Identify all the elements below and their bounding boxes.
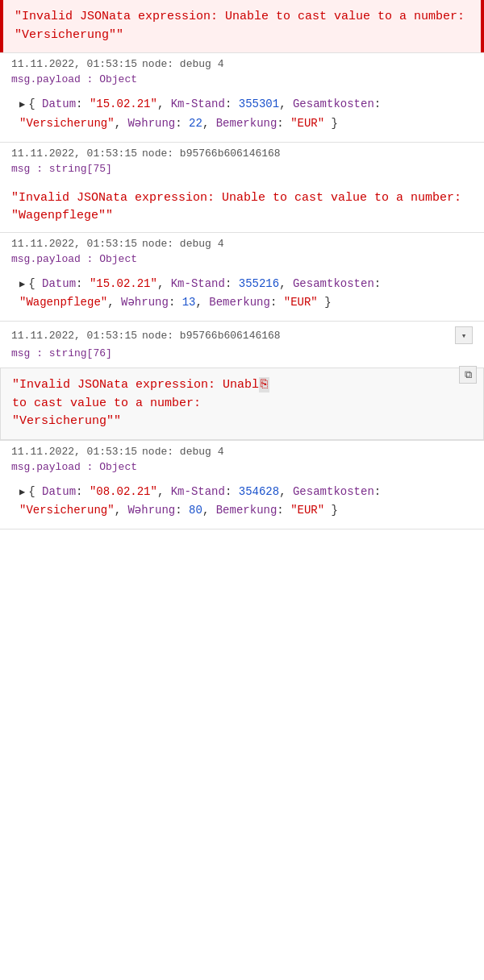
log-header-2: 11.11.2022, 01:53:15 node: debug 4	[0, 53, 484, 72]
log-section-5: 11.11.2022, 01:53:15 node: b95766b606146…	[0, 322, 484, 441]
log-header-3: 11.11.2022, 01:53:15 node: b95766b606146…	[0, 143, 484, 161]
expand-arrow-6[interactable]: ▶	[19, 487, 25, 498]
log-header-6: 11.11.2022, 01:53:15 node: debug 4	[0, 441, 484, 459]
log-header-4: 11.11.2022, 01:53:15 node: debug 4	[0, 233, 484, 251]
copy-button-5[interactable]: ⧉	[459, 366, 477, 384]
error-text-5: "Invalid JSONata expression: Unabl⎘ to c…	[1, 368, 483, 439]
node-2: node: debug 4	[142, 58, 223, 70]
msg-type-2: msg.payload : Object	[0, 72, 484, 90]
timestamp-4: 11.11.2022, 01:53:15	[11, 238, 137, 250]
msg-type-6: msg.payload : Object	[0, 459, 484, 478]
error-text-3: "Invalid JSONata expression: Unable to c…	[0, 183, 484, 232]
node-5: node: b95766b606146168	[142, 330, 281, 342]
node-3: node: b95766b606146168	[142, 147, 281, 160]
log-object-4: ▶{ Datum: "15.02.21", Km-Stand: 355216, …	[0, 270, 484, 322]
expand-arrow-2[interactable]: ▶	[19, 99, 25, 110]
timestamp-5: 11.11.2022, 01:53:15	[11, 330, 137, 342]
error-box-5: "Invalid JSONata expression: Unabl⎘ to c…	[0, 368, 484, 440]
msg-type-3: msg : string[75]	[0, 161, 484, 180]
log-section-6: 11.11.2022, 01:53:15 node: debug 4 msg.p…	[0, 441, 484, 530]
timestamp-6: 11.11.2022, 01:53:15	[11, 446, 137, 458]
error-message-1: "Invalid JSONata expression: Unable to c…	[0, 0, 484, 52]
scrollbar-thumb-1	[481, 0, 484, 52]
node-6: node: debug 4	[142, 446, 223, 458]
error-text-1: "Invalid JSONata expression: Unable to c…	[15, 10, 465, 42]
error-section-1: "Invalid JSONata expression: Unable to c…	[0, 0, 484, 53]
timestamp-2: 11.11.2022, 01:53:15	[11, 58, 137, 70]
log-section-3: 11.11.2022, 01:53:15 node: b95766b606146…	[0, 143, 484, 233]
timestamp-3: 11.11.2022, 01:53:15	[11, 147, 137, 160]
dropdown-button-5[interactable]: ▾	[455, 326, 473, 344]
log-section-2: 11.11.2022, 01:53:15 node: debug 4 msg.p…	[0, 53, 484, 143]
node-4: node: debug 4	[142, 238, 223, 250]
msg-type-5: msg : string[76]	[0, 346, 484, 364]
log-header-5: 11.11.2022, 01:53:15 node: b95766b606146…	[0, 322, 484, 346]
log-object-6: ▶{ Datum: "08.02.21", Km-Stand: 354628, …	[0, 478, 484, 529]
scrollbar-1	[481, 0, 484, 52]
msg-type-4: msg.payload : Object	[0, 251, 484, 270]
log-section-4: 11.11.2022, 01:53:15 node: debug 4 msg.p…	[0, 233, 484, 322]
log-object-2: ▶{ Datum: "15.02.21", Km-Stand: 355301, …	[0, 90, 484, 142]
expand-arrow-4[interactable]: ▶	[19, 279, 25, 290]
